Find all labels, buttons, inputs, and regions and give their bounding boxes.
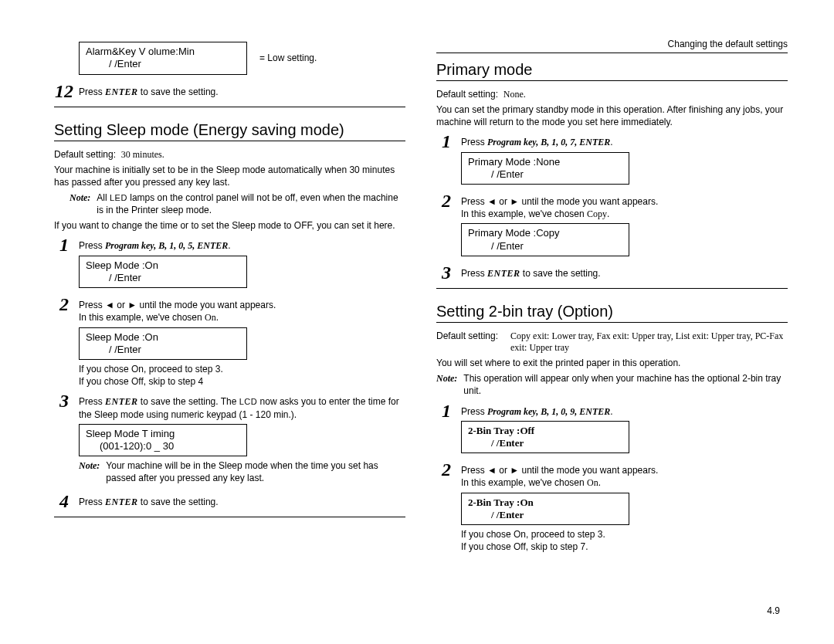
pstep-2-body: Press ◄ or ► until the mode you want app…: [461, 191, 788, 259]
eq-low-label: = Low setting.: [259, 53, 317, 63]
pstep-1-num: 1: [436, 131, 456, 152]
lcd-line2: / /Enter: [86, 58, 240, 70]
default-primary: Default setting: None.: [436, 89, 788, 100]
left-arrow-icon: ◄: [105, 300, 114, 310]
page-number: 4.9: [767, 605, 780, 616]
right-arrow-icon: ►: [127, 300, 137, 310]
default-sleep: Default setting: 30 minutes.: [54, 149, 405, 161]
lcd-sleep-1: Sleep Mode :On / /Enter: [79, 256, 247, 289]
section-primary-title: Primary mode: [436, 61, 788, 79]
right-arrow-icon: ►: [510, 465, 519, 476]
bstep-2-num: 2: [436, 459, 456, 480]
lcd-2bin-2: 2-Bin Tray :On / /Enter: [461, 493, 629, 526]
sleep-note2: Note: Your machine will be in the Sleep …: [79, 459, 405, 484]
lcd-primary-2: Primary Mode :Copy / /Enter: [461, 223, 629, 256]
step-4-num: 4: [54, 491, 74, 512]
step-2-body: Press ◄ or ► until the mode you want app…: [79, 294, 405, 388]
breadcrumb: Changing the default settings: [436, 39, 788, 49]
step-2-num: 2: [54, 294, 74, 315]
pstep-1-body: Press Program key, B, 1, 0, 7, ENTER. Pr…: [461, 131, 788, 188]
lcd-line1: Alarm&Key V olume:Min: [86, 46, 240, 58]
sleep-note1: Note: All LED lamps on the control panel…: [54, 192, 405, 216]
right-column: Changing the default settings Primary mo…: [436, 39, 788, 556]
pstep-3-num: 3: [436, 263, 456, 283]
sleep-para2: If you want to change the time or to set…: [54, 219, 405, 232]
step-1-num: 1: [54, 235, 74, 256]
pstep-3-body: Press ENTER to save the setting.: [461, 263, 788, 280]
step-1-body: Press Program key, B, 1, 0, 5, ENTER. Sl…: [79, 235, 405, 291]
pstep-2-num: 2: [436, 191, 456, 212]
step-3-num: 3: [54, 391, 74, 412]
lcd-sleep-2: Sleep Mode :On / /Enter: [79, 327, 247, 361]
lcd-2bin-1: 2-Bin Tray :Off / /Enter: [461, 421, 629, 454]
section-2bin-title: Setting 2-bin tray (Option): [436, 303, 788, 320]
lcd-sleep-timing: Sleep Mode T iming (001-120):0 _ 30: [79, 424, 247, 457]
bstep-1-num: 1: [436, 401, 456, 422]
lcd-primary-1: Primary Mode :None / /Enter: [461, 152, 629, 185]
section-sleep-title: Setting Sleep mode (Energy saving mode): [54, 121, 405, 139]
2bin-para: You will set where to exit the printed p…: [436, 357, 788, 369]
step-3-body: Press ENTER to save the setting. The LCD…: [79, 391, 405, 487]
2bin-note: Note: This operation will appear only wh…: [436, 372, 788, 397]
sleep-para1: Your machine is initially set to be in t…: [54, 164, 405, 188]
note-label: Note:: [70, 192, 90, 216]
left-column: Alarm&Key V olume:Min / /Enter = Low set…: [54, 39, 405, 556]
primary-para1: You can set the primary standby mode in …: [436, 103, 788, 128]
lcd-alarm: Alarm&Key V olume:Min / /Enter: [79, 42, 247, 75]
default-2bin: Default setting: Copy exit: Lower tray, …: [436, 330, 788, 354]
bstep-1-body: Press Program key, B, 1, 0, 9, ENTER. 2-…: [461, 401, 788, 457]
left-arrow-icon: ◄: [487, 465, 497, 476]
step-12-body: Press ENTER to save the setting.: [79, 81, 405, 98]
bstep-2-body: Press ◄ or ► until the mode you want app…: [461, 459, 788, 553]
step-12-num: 12: [54, 81, 74, 102]
step-4-body: Press ENTER to save the setting.: [79, 491, 405, 508]
right-arrow-icon: ►: [510, 196, 519, 207]
left-arrow-icon: ◄: [487, 196, 497, 207]
